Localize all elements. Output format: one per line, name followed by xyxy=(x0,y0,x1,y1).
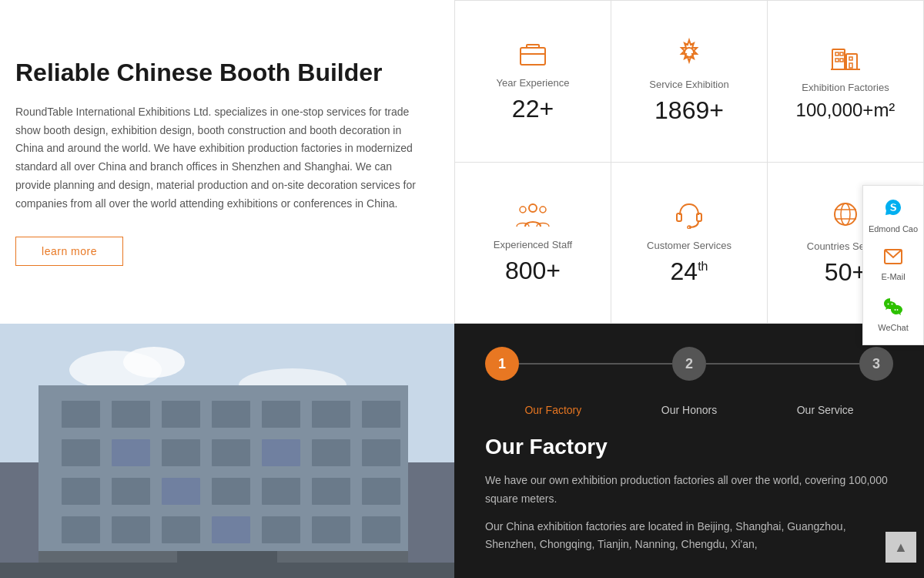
factory-section-title: Our Factory xyxy=(485,435,893,459)
svg-rect-44 xyxy=(112,478,150,505)
step-2-label[interactable]: Our Honors xyxy=(621,404,758,416)
stat-label-service-exhibition: Service Exhibition xyxy=(649,79,728,90)
globe-icon xyxy=(830,199,861,234)
svg-rect-56 xyxy=(362,516,400,543)
email-icon xyxy=(884,249,902,269)
svg-rect-55 xyxy=(312,516,350,543)
svg-rect-46 xyxy=(212,478,250,505)
factory-image-background xyxy=(0,324,454,578)
svg-rect-42 xyxy=(362,439,400,466)
scroll-to-top-button[interactable]: ▲ xyxy=(886,532,916,563)
factory-image xyxy=(0,324,454,578)
briefcase-icon xyxy=(517,39,548,71)
svg-point-63 xyxy=(895,309,896,311)
building-icon xyxy=(829,42,862,76)
svg-rect-7 xyxy=(835,52,839,55)
stat-label-exhibition-factories: Exhibition Factories xyxy=(802,82,889,93)
svg-rect-39 xyxy=(212,439,250,466)
svg-rect-30 xyxy=(112,401,150,428)
svg-point-14 xyxy=(520,207,526,213)
svg-rect-52 xyxy=(162,516,200,543)
svg-point-13 xyxy=(529,204,537,212)
svg-rect-33 xyxy=(262,401,300,428)
svg-rect-41 xyxy=(312,439,350,466)
step-labels: Our Factory Our Honors Our Service xyxy=(485,404,893,416)
step-indicator: 1 2 3 xyxy=(485,347,893,381)
svg-rect-36 xyxy=(62,439,100,466)
step-1-circle[interactable]: 1 xyxy=(485,347,519,381)
stat-value-exhibition-factories: 100,000+m² xyxy=(796,99,896,121)
svg-rect-29 xyxy=(62,401,100,428)
wechat-label: WeChat xyxy=(878,323,909,332)
stats-grid: Year Experience 22+ Service Exhibition 1… xyxy=(454,0,924,324)
stat-value-customer-services: 24th xyxy=(671,257,708,286)
stat-cell-year-experience: Year Experience 22+ xyxy=(455,1,611,163)
svg-rect-8 xyxy=(840,52,843,55)
email-label: E-Mail xyxy=(881,272,905,281)
svg-rect-59 xyxy=(0,563,454,578)
headset-icon xyxy=(674,200,705,234)
svg-point-15 xyxy=(540,207,546,213)
wechat-contact[interactable]: WeChat xyxy=(863,291,923,338)
svg-point-61 xyxy=(888,304,889,305)
svg-rect-51 xyxy=(112,516,150,543)
svg-rect-1 xyxy=(521,48,545,65)
skype-contact[interactable]: Edmond Cao xyxy=(863,192,923,240)
stat-value-experienced-staff: 800+ xyxy=(505,257,561,285)
svg-rect-50 xyxy=(62,516,100,543)
svg-rect-53 xyxy=(212,516,250,543)
stat-cell-service-exhibition: Service Exhibition 1869+ xyxy=(611,1,768,163)
svg-rect-40 xyxy=(262,439,300,466)
stat-cell-customer-services: Customer Services 24th xyxy=(611,163,768,324)
svg-rect-9 xyxy=(835,59,839,62)
people-icon xyxy=(515,200,551,233)
svg-rect-54 xyxy=(262,516,300,543)
bottom-section: 1 2 3 Our Factory Our Honors Our Service… xyxy=(0,324,924,578)
wechat-icon xyxy=(882,297,904,320)
scroll-top-icon: ▲ xyxy=(894,539,908,556)
svg-rect-34 xyxy=(312,401,350,428)
step-3-label[interactable]: Our Service xyxy=(757,404,893,416)
svg-rect-5 xyxy=(846,54,857,69)
svg-rect-38 xyxy=(162,439,200,466)
svg-rect-43 xyxy=(62,478,100,505)
skype-icon xyxy=(884,198,902,221)
svg-rect-35 xyxy=(362,401,400,428)
step-2-circle[interactable]: 2 xyxy=(672,347,706,381)
email-contact[interactable]: E-Mail xyxy=(863,243,923,287)
learn-more-button[interactable]: learn more xyxy=(15,237,123,266)
svg-rect-17 xyxy=(697,213,701,221)
svg-rect-37 xyxy=(112,439,150,466)
svg-point-64 xyxy=(897,309,899,311)
svg-point-62 xyxy=(892,304,893,305)
hero-description: RoundTable International Exhibitions Ltd… xyxy=(15,103,424,213)
svg-rect-16 xyxy=(677,213,681,221)
step-line-2-3 xyxy=(706,363,859,365)
svg-rect-11 xyxy=(849,57,852,60)
step-1-label[interactable]: Our Factory xyxy=(485,404,621,416)
stat-label-experienced-staff: Experienced Staff xyxy=(494,239,572,250)
svg-rect-10 xyxy=(840,59,843,62)
top-section: Reliable Chinese Booth Builder RoundTabl… xyxy=(0,0,924,324)
step-3-circle[interactable]: 3 xyxy=(859,347,893,381)
svg-point-20 xyxy=(841,203,850,225)
svg-rect-45 xyxy=(162,478,200,505)
stat-value-countries-served: 50+ xyxy=(825,258,866,287)
stat-label-customer-services: Customer Services xyxy=(647,240,732,251)
stat-value-year-experience: 22+ xyxy=(512,95,554,123)
svg-point-25 xyxy=(123,347,185,378)
svg-point-19 xyxy=(835,203,856,225)
stat-value-service-exhibition: 1869+ xyxy=(654,96,724,125)
svg-rect-12 xyxy=(849,63,852,68)
stat-cell-experienced-staff: Experienced Staff 800+ xyxy=(455,163,611,324)
hero-title: Reliable Chinese Booth Builder xyxy=(15,58,424,87)
gear-icon xyxy=(674,37,705,72)
stat-label-year-experience: Year Experience xyxy=(497,77,570,89)
dark-panel: 1 2 3 Our Factory Our Honors Our Service… xyxy=(454,324,924,578)
svg-rect-49 xyxy=(362,478,400,505)
stat-cell-exhibition-factories: Exhibition Factories 100,000+m² xyxy=(768,1,924,163)
step-line-1-2 xyxy=(519,363,672,365)
factory-description-1: We have our own exhibition production fa… xyxy=(485,472,893,509)
svg-rect-32 xyxy=(212,401,250,428)
svg-rect-48 xyxy=(312,478,350,505)
